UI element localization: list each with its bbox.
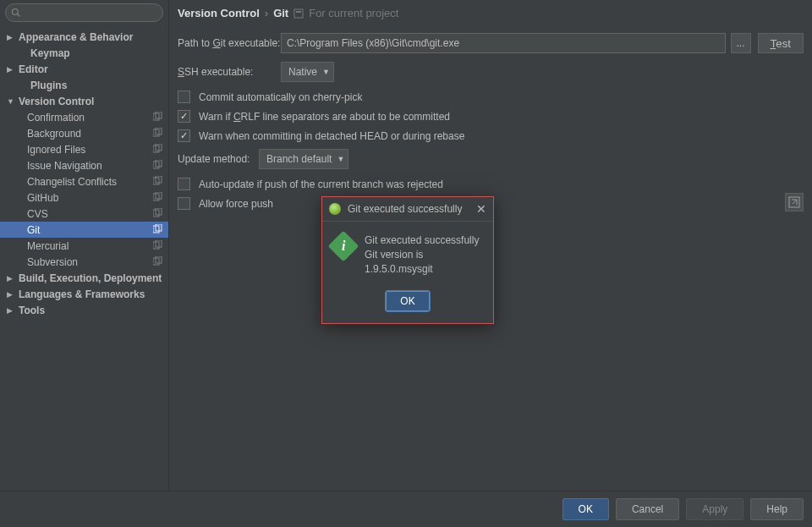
project-scope-icon [153, 224, 163, 236]
sidebar-item-background[interactable]: Background [0, 125, 168, 141]
sidebar-item-subversion[interactable]: Subversion [0, 254, 168, 270]
project-scope-icon [153, 128, 163, 140]
settings-sidebar: ▶Appearance & BehaviorKeymap▶EditorPlugi… [0, 0, 169, 491]
expand-arrow-icon: ▼ [7, 97, 15, 106]
dialog-button-bar: OK Cancel Apply Help [0, 491, 812, 527]
sidebar-item-label: Plugins [19, 80, 163, 91]
sidebar-item-changelist-conflicts[interactable]: Changelist Conflicts [0, 173, 168, 189]
project-scope-icon [294, 8, 304, 19]
dialog-title: Git executed successfully [348, 203, 476, 215]
ssh-label: SSH executable: [178, 66, 281, 78]
update-method-select[interactable]: Branch default ▼ [259, 149, 348, 169]
warn-detached-checkbox[interactable] [178, 129, 190, 142]
expand-arrow-icon: ▶ [7, 274, 15, 283]
svg-point-0 [13, 9, 19, 15]
warn-detached-label: Warn when committing in detached HEAD or… [199, 130, 464, 142]
warn-crlf-checkbox[interactable] [178, 110, 190, 123]
expand-arrow-icon: ▶ [7, 290, 15, 299]
chevron-down-icon: ▼ [337, 155, 344, 163]
sidebar-item-label: Build, Execution, Deployment [19, 272, 163, 284]
project-scope-icon [153, 208, 163, 220]
svg-rect-23 [296, 11, 301, 13]
dialog-close-button[interactable]: ✕ [476, 202, 486, 216]
allow-force-push-checkbox[interactable] [178, 197, 190, 210]
dialog-message: Git executed successfully Git version is… [365, 233, 483, 276]
sidebar-item-label: Ignored Files [27, 144, 153, 156]
breadcrumb-current: Git [273, 7, 288, 19]
sidebar-item-label: Editor [19, 63, 163, 75]
sidebar-item-git[interactable]: Git [0, 222, 168, 238]
project-scope-icon [153, 112, 163, 124]
breadcrumb-separator: › [265, 7, 268, 19]
ok-button[interactable]: OK [562, 498, 609, 520]
warn-crlf-label: Warn if CRLF line separators are about t… [199, 111, 450, 123]
info-icon: i [328, 231, 359, 262]
sidebar-item-label: CVS [27, 208, 153, 220]
svg-rect-22 [294, 9, 303, 18]
search-icon [11, 8, 21, 18]
project-scope-icon [153, 192, 163, 204]
sidebar-item-build-execution-deployment[interactable]: ▶Build, Execution, Deployment [0, 270, 168, 286]
sidebar-item-editor[interactable]: ▶Editor [0, 61, 168, 77]
settings-tree: ▶Appearance & BehaviorKeymap▶EditorPlugi… [0, 25, 168, 318]
expand-arrow-icon: ▶ [7, 65, 15, 74]
sidebar-item-ignored-files[interactable]: Ignored Files [0, 141, 168, 157]
ssh-select-value: Native [288, 66, 317, 78]
expand-arrow-icon: ▶ [7, 33, 15, 41]
help-button[interactable]: Help [750, 498, 804, 520]
dialog-ok-button[interactable]: OK [386, 291, 429, 311]
breadcrumb: Version Control › Git For current projec… [178, 7, 804, 19]
chevron-down-icon: ▼ [322, 68, 330, 76]
sidebar-item-plugins[interactable]: Plugins [0, 77, 168, 93]
auto-update-push-checkbox[interactable] [178, 178, 190, 190]
sidebar-item-confirmation[interactable]: Confirmation [0, 109, 168, 125]
sidebar-item-label: GitHub [27, 192, 153, 204]
sidebar-item-label: Keymap [19, 47, 163, 59]
sidebar-item-label: Issue Navigation [27, 160, 153, 172]
expand-icon [788, 196, 800, 208]
git-path-input[interactable] [281, 33, 726, 53]
cherry-pick-autocommit-label: Commit automatically on cherry-pick [199, 91, 362, 103]
sidebar-item-label: Changelist Conflicts [27, 176, 153, 188]
expand-list-button[interactable] [785, 193, 804, 211]
sidebar-item-label: Version Control [19, 96, 163, 107]
sidebar-item-github[interactable]: GitHub [0, 189, 168, 206]
project-scope-icon [153, 160, 163, 172]
sidebar-item-appearance-behavior[interactable]: ▶Appearance & Behavior [0, 29, 168, 45]
sidebar-item-issue-navigation[interactable]: Issue Navigation [0, 157, 168, 173]
update-method-value: Branch default [266, 153, 332, 165]
browse-button[interactable]: ... [731, 33, 751, 53]
git-path-label: Path to Git executable: [178, 37, 281, 49]
sidebar-item-version-control[interactable]: ▼Version Control [0, 93, 168, 109]
sidebar-item-label: Git [27, 224, 153, 236]
sidebar-item-label: Confirmation [27, 112, 153, 124]
project-scope-icon [153, 256, 163, 268]
sidebar-item-mercurial[interactable]: Mercurial [0, 238, 168, 254]
sidebar-item-label: Languages & Frameworks [19, 288, 163, 300]
svg-line-1 [18, 14, 20, 17]
sidebar-item-label: Tools [19, 305, 163, 316]
search-input-wrapper[interactable] [5, 3, 163, 22]
cancel-button[interactable]: Cancel [616, 498, 679, 520]
cherry-pick-autocommit-checkbox[interactable] [178, 91, 190, 103]
breadcrumb-hint: For current project [309, 7, 398, 19]
dialog-title-icon [329, 203, 341, 215]
test-button[interactable]: Test [758, 33, 804, 53]
allow-force-push-label: Allow force push [199, 198, 273, 210]
apply-button: Apply [686, 498, 743, 520]
sidebar-item-label: Mercurial [27, 240, 153, 252]
sidebar-item-label: Background [27, 128, 153, 140]
expand-arrow-icon: ▶ [7, 306, 15, 315]
project-scope-icon [153, 240, 163, 252]
search-input[interactable] [25, 7, 157, 19]
sidebar-item-languages-frameworks[interactable]: ▶Languages & Frameworks [0, 286, 168, 302]
project-scope-icon [153, 144, 163, 156]
sidebar-item-cvs[interactable]: CVS [0, 206, 168, 222]
sidebar-item-label: Subversion [27, 256, 153, 268]
ssh-select[interactable]: Native ▼ [281, 62, 334, 82]
sidebar-item-label: Appearance & Behavior [19, 31, 163, 43]
sidebar-item-tools[interactable]: ▶Tools [0, 302, 168, 318]
breadcrumb-parent[interactable]: Version Control [178, 7, 260, 19]
update-method-label: Update method: [178, 153, 259, 165]
sidebar-item-keymap[interactable]: Keymap [0, 45, 168, 61]
